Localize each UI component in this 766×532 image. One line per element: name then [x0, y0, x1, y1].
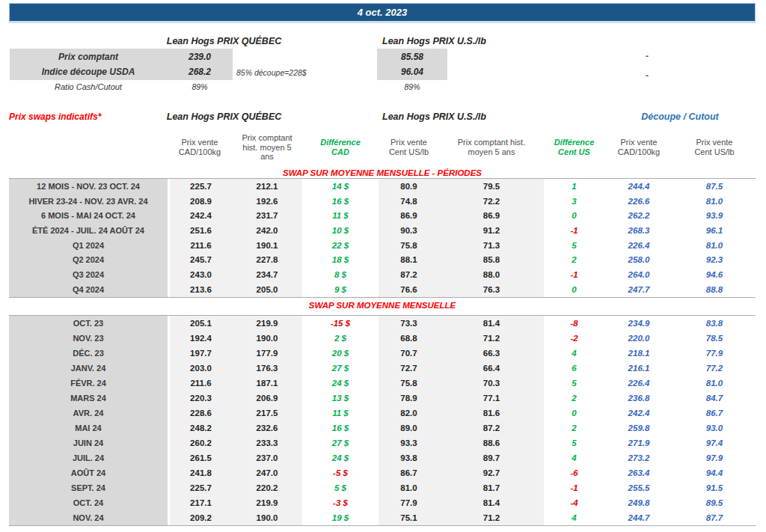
spot-price-qc-value: 239.0	[167, 52, 233, 62]
cell-value: 190.1	[232, 238, 302, 253]
cell-value: 2	[544, 252, 604, 267]
cell-value: 82.0	[379, 406, 439, 421]
row-label: DÉC. 23	[9, 346, 168, 361]
cell-value: 76.3	[439, 282, 544, 297]
cell-value: 19 $	[302, 510, 379, 525]
cell-value: 259.8	[604, 421, 673, 435]
cell-value: 72.2	[439, 194, 544, 209]
row-label: Q2 2024	[9, 252, 168, 267]
cell-value: 248.2	[168, 421, 232, 435]
periods-section-title: SWAP SUR MOYENNE MENSUELLE - PÉRIODES	[9, 168, 756, 177]
row-label: Q1 2024	[9, 238, 168, 253]
cell-value: 264.0	[604, 267, 673, 282]
cell-value: 70.3	[439, 376, 544, 391]
cell-value: 249.8	[604, 495, 673, 510]
cell-value: 244.4	[604, 179, 673, 194]
cell-value: 8 $	[302, 267, 379, 282]
cell-value: 0	[544, 282, 604, 297]
row-label: SEPT. 24	[9, 480, 168, 495]
cell-value: 247.7	[604, 282, 673, 297]
cell-value: 93.0	[673, 421, 756, 435]
us-price-header: Lean Hogs PRIX U.S./lb	[373, 36, 496, 46]
cell-value: 263.4	[604, 465, 673, 480]
cell-value: -1	[544, 267, 604, 282]
cell-value: 77.1	[439, 391, 544, 406]
cell-value: 81.0	[673, 238, 756, 253]
cell-value: 79.5	[439, 179, 544, 194]
swap-section-title: Prix swaps indicatifs*	[9, 111, 101, 122]
cell-value: 88.1	[379, 252, 439, 267]
cell-value: 89.7	[439, 450, 544, 465]
cell-value: -5 $	[302, 465, 379, 480]
column-headers: Prix vente CAD/100kgPrix comptant hist. …	[9, 127, 756, 168]
cell-value: 86.9	[379, 208, 439, 223]
cell-value: 243.0	[168, 267, 232, 282]
row-label: JANV. 24	[9, 361, 168, 376]
cell-value: 75.8	[379, 376, 439, 391]
cell-value: 225.7	[168, 179, 232, 194]
row-label: NOV. 24	[9, 510, 168, 525]
row-label: Q4 2024	[9, 282, 168, 297]
cell-value: 262.2	[604, 208, 673, 223]
spot-price-dash: -	[632, 51, 662, 61]
cell-value: 216.1	[604, 361, 673, 376]
row-label: 12 MOIS - NOV. 23 OCT. 24	[9, 179, 168, 194]
cell-value: 24 $	[302, 376, 379, 391]
cutout-section-header: Découpe / Cutout	[604, 111, 756, 122]
monthly-table: OCT. 23205.1219.9-15 $73.381.4-8234.983.…	[9, 315, 756, 526]
cell-value: 5	[544, 435, 604, 450]
row-label: MARS 24	[9, 391, 168, 406]
cutout-index-qc-value: 268.2	[167, 67, 233, 77]
cell-value: 208.9	[168, 194, 232, 209]
cell-value: 219.9	[232, 316, 302, 331]
cell-value: 4	[544, 450, 604, 465]
cell-value: 226.4	[604, 376, 673, 391]
spot-price-us-value: 85.58	[377, 52, 447, 62]
cell-value: 220.3	[168, 391, 232, 406]
column-header: Différence Cent US	[544, 127, 604, 168]
cell-value: -2	[544, 331, 604, 346]
column-header: Prix comptant hist. moyen 5 ans	[439, 127, 544, 168]
cell-value: 5	[544, 238, 604, 253]
cell-value: 268.3	[604, 223, 673, 238]
cell-value: 16 $	[302, 194, 379, 209]
cell-value: 11 $	[302, 208, 379, 223]
cell-value: 217.1	[168, 495, 232, 510]
cell-value: 4	[544, 510, 604, 525]
cell-value: 192.6	[232, 194, 302, 209]
row-label: ÉTÉ 2024 - JUIL. 24 AOÛT 24	[9, 223, 168, 238]
cell-value: 91.2	[439, 223, 544, 238]
cell-value: 0	[544, 208, 604, 223]
cell-value: 78.9	[379, 391, 439, 406]
cell-value: 176.3	[232, 361, 302, 376]
cell-value: 20 $	[302, 346, 379, 361]
cell-value: 211.6	[168, 238, 232, 253]
cutout-index-dash: -	[632, 70, 662, 81]
ratio-us-value: 89%	[377, 82, 447, 91]
cell-value: 234.7	[232, 267, 302, 282]
cell-value: -3 $	[302, 495, 379, 510]
cell-value: 261.5	[168, 450, 232, 465]
cell-value: 22 $	[302, 238, 379, 253]
cell-value: 205.0	[232, 282, 302, 297]
cell-value: 11 $	[302, 406, 379, 421]
cell-value: 81.4	[439, 316, 544, 331]
cell-value: 75.1	[379, 510, 439, 525]
ratio-label: Ratio Cash/Cutout	[10, 82, 167, 91]
cell-value: 247.0	[232, 465, 302, 480]
date-banner: 4 oct. 2023	[9, 3, 756, 23]
cell-value: 258.0	[604, 252, 673, 267]
cell-value: 206.9	[232, 391, 302, 406]
cell-value: 80.9	[379, 179, 439, 194]
cell-value: 27 $	[302, 361, 379, 376]
cell-value: 81.0	[673, 194, 756, 209]
swap-quebec-header: Lean Hogs PRIX QUÉBEC	[162, 111, 286, 122]
cell-value: 72.7	[379, 361, 439, 376]
cell-value: 226.6	[604, 194, 673, 209]
cell-value: 219.9	[232, 495, 302, 510]
cell-value: 218.1	[604, 346, 673, 361]
report-date: 4 oct. 2023	[358, 7, 408, 18]
cell-value: 14 $	[302, 179, 379, 194]
quebec-price-header: Lean Hogs PRIX QUÉBEC	[162, 36, 286, 46]
cell-value: 86.9	[439, 208, 544, 223]
